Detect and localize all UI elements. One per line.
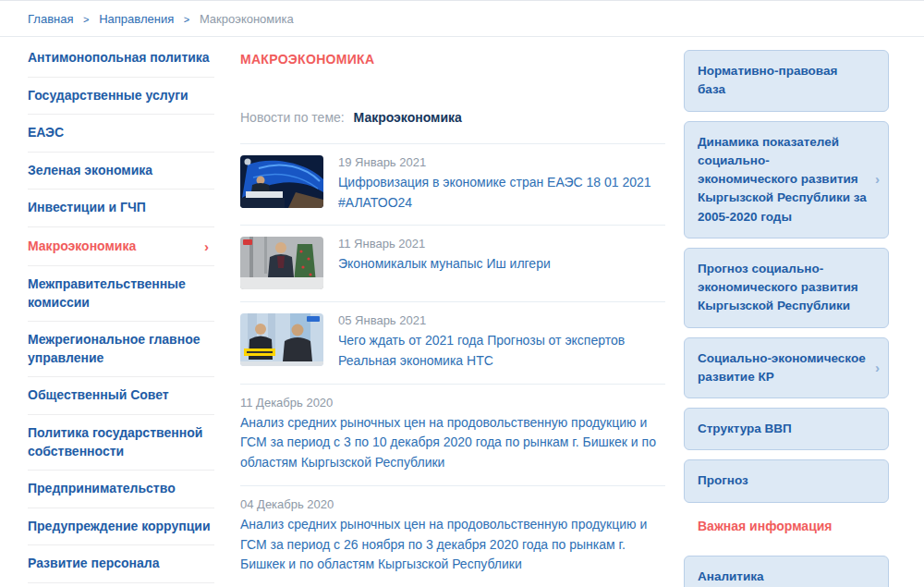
- side-button-analytics[interactable]: Аналитика: [684, 556, 889, 587]
- sidebar-item-investments[interactable]: Инвестиции и ГЧП: [28, 190, 214, 227]
- news-date: 05 Январь 2021: [338, 313, 665, 327]
- sidebar-item-label: Развитие персонала: [28, 555, 159, 573]
- news-date: 11 Декабрь 2020: [240, 396, 665, 410]
- sidebar-item-label: Антимонопольная политика: [28, 49, 210, 67]
- sidebar-item-label: Общественный Совет: [28, 386, 169, 405]
- news-thumbnail-tv-studio-blue[interactable]: [240, 155, 323, 208]
- news-date: 19 Январь 2021: [338, 155, 665, 169]
- sidebar-item-label: Предупреждение коррупции: [28, 518, 211, 536]
- sidebar-item-antimonopoly[interactable]: Антимонопольная политика: [28, 40, 214, 78]
- sidebar-item-regions[interactable]: Развитие регионов: [28, 583, 214, 587]
- sidebar-item-macroeconomics[interactable]: Макроэкономика ›: [28, 227, 214, 266]
- chevron-right-icon: ›: [875, 169, 880, 190]
- sidebar-item-label: ЕАЭС: [28, 124, 64, 142]
- sidebar-item-anticorruption[interactable]: Предупреждение коррупции: [28, 508, 214, 546]
- breadcrumb: Главная > Направления > Макроэкономика: [0, 1, 924, 37]
- side-button-label: Нормативно-правовая база: [698, 64, 837, 96]
- sidebar-item-eaeu[interactable]: ЕАЭС: [28, 115, 214, 153]
- side-button-normative-base[interactable]: Нормативно-правовая база: [684, 50, 889, 112]
- sidebar-item-label: Зеленая экономика: [28, 162, 152, 180]
- breadcrumb-link-home[interactable]: Главная: [28, 12, 73, 26]
- breadcrumb-current: Макроэкономика: [200, 12, 294, 26]
- sidebar-item-intergov-commissions[interactable]: Межправительственные комиссии: [28, 266, 214, 322]
- news-title-link[interactable]: Чего ждать от 2021 года Прогнозы от эксп…: [338, 331, 665, 371]
- sidebar-item-label: Инвестиции и ГЧП: [28, 199, 146, 217]
- news-item[interactable]: 04 Декабрь 2020 Анализ средних рыночных …: [240, 486, 665, 587]
- sidebar-item-entrepreneurship[interactable]: Предпринимательство: [28, 471, 214, 508]
- side-button-label: Структура ВВП: [698, 422, 792, 435]
- sidebar-item-label: Политика государственной собственности: [28, 424, 213, 460]
- side-button-socioeconomic-development[interactable]: Социально-экономическое развитие КР ›: [684, 337, 889, 399]
- news-item[interactable]: 11 Январь 2021 Экономикалык мунапыс Иш и…: [240, 226, 665, 302]
- news-filter-topic: Макроэкономика: [354, 110, 462, 125]
- news-thumbnail-studio-presenter[interactable]: [240, 237, 323, 289]
- side-button-dynamics-indicators[interactable]: Динамика показателей социально-экономиче…: [684, 121, 889, 238]
- news-title-link[interactable]: Анализ средних рыночных цен на продоволь…: [240, 413, 665, 473]
- right-sidebar: Нормативно-правовая база Динамика показа…: [684, 37, 889, 587]
- breadcrumb-link-directions[interactable]: Направления: [99, 12, 174, 26]
- side-button-label: Прогноз социально-экономического развити…: [698, 262, 858, 313]
- sidebar-item-label: Макроэкономика: [28, 238, 136, 256]
- side-button-forecast[interactable]: Прогноз: [684, 459, 889, 502]
- sidebar-item-label: Предпринимательство: [28, 480, 176, 498]
- side-button-label: Аналитика: [698, 569, 763, 583]
- important-info-heading: Важная информация: [698, 519, 889, 533]
- news-filter: Новости по теме: Макроэкономика: [240, 110, 665, 125]
- page-title: МАКРОЭКОНОМИКА: [240, 52, 665, 67]
- news-date: 11 Январь 2021: [338, 237, 665, 251]
- sidebar-item-label: Межправительственные комиссии: [28, 275, 213, 312]
- side-button-label: Динамика показателей социально-экономиче…: [698, 135, 867, 224]
- news-item[interactable]: 05 Январь 2021 Чего ждать от 2021 года П…: [240, 302, 665, 384]
- breadcrumb-separator-icon: >: [83, 14, 89, 25]
- sidebar-item-label: Государственные услуги: [28, 87, 188, 105]
- breadcrumb-separator-icon: >: [184, 14, 189, 25]
- news-item[interactable]: 11 Декабрь 2020 Анализ средних рыночных …: [240, 385, 665, 486]
- sidebar-item-state-services[interactable]: Государственные услуги: [28, 78, 214, 116]
- topics-nav: Антимонопольная политика Государственные…: [28, 37, 214, 587]
- news-title-link[interactable]: Цифровизация в экономике стран ЕАЭС 18 0…: [338, 173, 665, 213]
- sidebar-item-state-property[interactable]: Политика государственной собственности: [28, 415, 214, 471]
- content-area: Антимонопольная политика Государственные…: [0, 37, 924, 587]
- news-title-link[interactable]: Экономикалык мунапыс Иш илгери: [338, 254, 665, 275]
- side-button-forecast-development[interactable]: Прогноз социально-экономического развити…: [684, 248, 889, 328]
- side-button-gdp-structure[interactable]: Структура ВВП: [684, 408, 889, 450]
- news-section: МАКРОЭКОНОМИКА Новости по теме: Макроэко…: [240, 37, 665, 587]
- news-item[interactable]: 19 Январь 2021 Цифровизация в экономике …: [240, 144, 665, 226]
- sidebar-item-personnel[interactable]: Развитие персонала: [28, 545, 214, 583]
- sidebar-item-green-economy[interactable]: Зеленая экономика: [28, 153, 214, 190]
- news-thumbnail-studio-experts[interactable]: [240, 313, 323, 366]
- side-button-label: Социально-экономическое развитие КР: [698, 351, 866, 384]
- side-button-label: Прогноз: [698, 473, 748, 487]
- page: Главная > Направления > Макроэкономика А…: [0, 0, 924, 587]
- sidebar-item-label: Межрегиональное главное управление: [28, 331, 213, 367]
- news-date: 04 Декабрь 2020: [240, 497, 665, 511]
- chevron-right-icon: ›: [875, 358, 880, 379]
- news-filter-label: Новости по теме:: [240, 110, 345, 125]
- sidebar-item-public-council[interactable]: Общественный Совет: [28, 377, 214, 415]
- news-title-link[interactable]: Анализ средних рыночных цен на продоволь…: [240, 515, 665, 575]
- chevron-right-icon: ›: [204, 237, 213, 256]
- sidebar-item-interregional[interactable]: Межрегиональное главное управление: [28, 322, 214, 377]
